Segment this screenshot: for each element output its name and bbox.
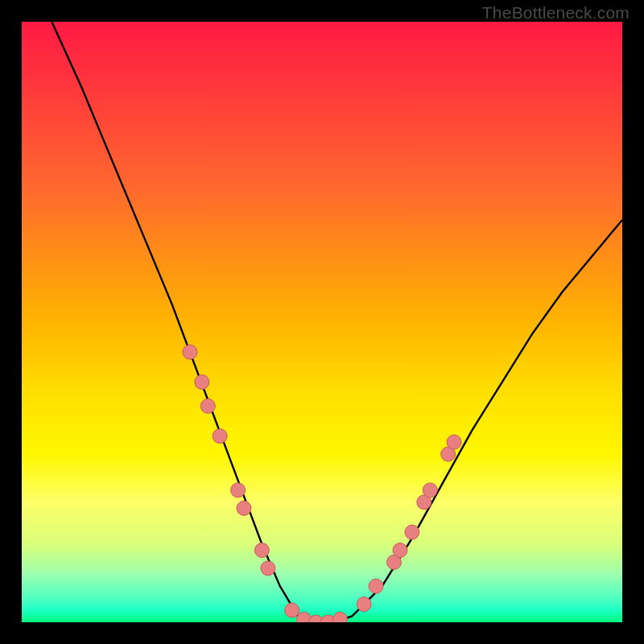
data-marker — [237, 501, 251, 515]
watermark-text: TheBottleneck.com — [482, 3, 630, 23]
data-marker — [231, 483, 246, 497]
data-marker — [369, 579, 383, 593]
data-marker — [357, 597, 371, 612]
bottleneck-curve — [52, 22, 622, 622]
data-marker — [332, 612, 347, 622]
data-marker — [213, 429, 227, 444]
data-markers — [183, 345, 461, 622]
data-marker — [261, 561, 275, 576]
data-marker — [195, 375, 209, 390]
chart-frame: TheBottleneck.com — [0, 0, 644, 644]
plot-area — [22, 22, 622, 622]
data-marker — [183, 345, 197, 359]
data-marker — [285, 603, 299, 617]
data-marker — [200, 398, 215, 413]
data-marker — [254, 543, 269, 558]
data-marker — [405, 525, 419, 539]
chart-overlay — [22, 22, 622, 622]
data-marker — [423, 483, 437, 497]
data-marker — [447, 435, 461, 449]
data-marker — [393, 543, 407, 558]
